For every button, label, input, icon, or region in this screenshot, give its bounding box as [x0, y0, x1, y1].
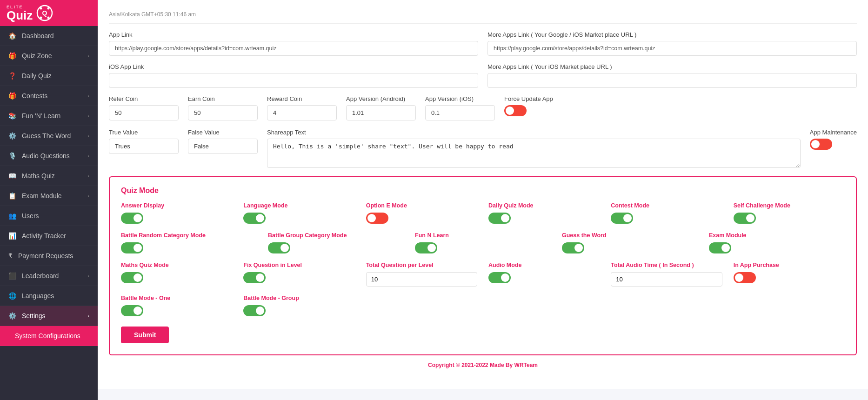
- refer-coin-input[interactable]: [109, 105, 179, 120]
- sidebar: ELITE Quiz Q 🏠 Dashboard 🎁 Quiz Zone › ❓…: [0, 0, 98, 400]
- sidebar-label-settings: Settings: [22, 312, 46, 320]
- payment-icon: ₹: [8, 252, 13, 260]
- footer-brand: WRTeam: [514, 362, 538, 368]
- battle-random-toggle[interactable]: [121, 242, 143, 253]
- battle-group-toggle[interactable]: [268, 242, 290, 253]
- shareapp-text-input[interactable]: Hello, This is a 'simple' share "text". …: [267, 139, 801, 168]
- battle-random-label: Battle Random Category Mode: [121, 232, 257, 239]
- option-e-mode-label: Option E Mode: [366, 202, 477, 209]
- exam-module-mode-item: Exam Module: [709, 232, 845, 253]
- more-apps-ios-label: More Apps Link ( Your iOS Market place U…: [487, 63, 857, 70]
- sidebar-item-leaderboard[interactable]: ⬛ Leaderboard ›: [0, 266, 98, 286]
- chevron-right-icon: ›: [87, 53, 89, 59]
- maths-quiz-mode-toggle[interactable]: [121, 272, 143, 283]
- ios-app-link-input[interactable]: [109, 73, 478, 88]
- false-value-input[interactable]: [188, 139, 258, 154]
- sidebar-item-dashboard[interactable]: 🏠 Dashboard: [0, 26, 98, 46]
- guess-the-word-toggle[interactable]: [562, 242, 584, 253]
- earn-coin-label: Earn Coin: [188, 95, 258, 102]
- answer-display-toggle[interactable]: [121, 213, 143, 224]
- daily-quiz-mode-item: Daily Quiz Mode: [488, 202, 600, 224]
- chevron-right-icon: ›: [87, 273, 89, 279]
- language-mode-toggle[interactable]: [243, 213, 266, 224]
- sidebar-logo: ELITE Quiz Q: [0, 0, 98, 26]
- contests-icon: 🎁: [8, 92, 16, 100]
- total-question-input[interactable]: [366, 272, 477, 287]
- fun-n-learn-slider: [415, 242, 437, 253]
- maths-quiz-mode-slider: [121, 272, 143, 283]
- guess-the-word-mode-label: Guess the Word: [562, 232, 698, 239]
- in-app-purchase-toggle[interactable]: [734, 272, 756, 283]
- daily-quiz-mode-toggle[interactable]: [488, 213, 511, 224]
- exam-module-slider: [709, 242, 731, 253]
- chevron-right-icon: ›: [87, 113, 89, 119]
- sidebar-item-daily-quiz[interactable]: ❓ Daily Quiz: [0, 66, 98, 86]
- battle-mode-one-toggle[interactable]: [121, 305, 143, 316]
- ios-app-link-group: iOS App Link: [109, 63, 478, 88]
- sidebar-item-guess-the-word[interactable]: ⚙️ Guess The Word ›: [0, 126, 98, 146]
- sidebar-item-payment-requests[interactable]: ₹ Payment Requests: [0, 246, 98, 266]
- reward-coin-input[interactable]: [267, 105, 337, 120]
- true-value-input[interactable]: [109, 139, 179, 154]
- fun-n-learn-toggle[interactable]: [415, 242, 437, 253]
- quiz-mode-row4: Battle Mode - One Battle Mode - Group: [121, 295, 845, 316]
- sidebar-label-users: Users: [22, 212, 39, 220]
- battle-random-slider: [121, 242, 143, 253]
- shareapp-text-label: Shareapp Text: [267, 129, 801, 136]
- total-audio-time-label: Total Audio Time ( In Second ): [611, 262, 722, 268]
- fun-n-learn-icon: 📚: [8, 112, 16, 120]
- total-audio-time-input[interactable]: [611, 272, 722, 287]
- sidebar-label-languages: Languages: [22, 292, 54, 300]
- sidebar-item-users[interactable]: 👥 Users: [0, 206, 98, 226]
- footer-text: Copyright © 2021-2022 Made By: [428, 362, 514, 368]
- self-challenge-mode-item: Self Challenge Mode: [734, 202, 845, 224]
- app-version-android-group: App Version (Android): [346, 95, 416, 120]
- chevron-right-icon: ›: [87, 133, 89, 139]
- exam-module-toggle[interactable]: [709, 242, 731, 253]
- coins-version-row: Refer Coin Earn Coin Reward Coin App Ver…: [109, 95, 857, 120]
- option-e-mode-toggle[interactable]: [366, 213, 388, 224]
- sidebar-item-settings[interactable]: ⚙️ Settings ›: [0, 306, 98, 326]
- sidebar-item-fun-n-learn[interactable]: 📚 Fun 'N' Learn ›: [0, 106, 98, 126]
- more-apps-ios-input[interactable]: [487, 73, 857, 88]
- contest-mode-toggle[interactable]: [611, 213, 633, 224]
- sidebar-item-contests[interactable]: 🎁 Contests ›: [0, 86, 98, 106]
- sidebar-item-quiz-zone[interactable]: 🎁 Quiz Zone ›: [0, 46, 98, 66]
- chevron-right-icon: ›: [87, 313, 89, 319]
- exam-module-mode-label: Exam Module: [709, 232, 845, 239]
- sidebar-item-exam-module[interactable]: 📋 Exam Module ›: [0, 186, 98, 206]
- fix-question-toggle[interactable]: [243, 272, 266, 283]
- sidebar-item-system-configurations[interactable]: System Configurations: [0, 326, 98, 346]
- force-update-toggle[interactable]: [504, 105, 527, 116]
- app-maintenance-group: App Maintenance: [810, 129, 857, 168]
- battle-mode-group-toggle[interactable]: [243, 305, 266, 316]
- app-maintenance-label: App Maintenance: [810, 129, 857, 136]
- more-apps-link-input[interactable]: [487, 41, 857, 56]
- dashboard-icon: 🏠: [8, 32, 16, 40]
- battle-mode-one-item: Battle Mode - One: [121, 295, 232, 316]
- more-apps-ios-group: More Apps Link ( Your iOS Market place U…: [487, 63, 857, 88]
- self-challenge-toggle[interactable]: [734, 213, 756, 224]
- sidebar-label-payment-requests: Payment Requests: [18, 252, 73, 260]
- audio-mode-toggle[interactable]: [488, 272, 511, 283]
- submit-button[interactable]: Submit: [121, 327, 169, 343]
- ios-app-link-label: iOS App Link: [109, 63, 478, 70]
- app-link-input[interactable]: [109, 41, 478, 56]
- app-version-ios-input[interactable]: [425, 105, 495, 120]
- sidebar-label-maths-quiz: Maths Quiz: [22, 172, 55, 180]
- fix-question-item: Fix Question in Level: [243, 262, 354, 287]
- sidebar-item-maths-quiz[interactable]: 📖 Maths Quiz ›: [0, 166, 98, 186]
- battle-mode-one-slider: [121, 305, 143, 316]
- sidebar-item-languages[interactable]: 🌐 Languages: [0, 286, 98, 306]
- app-version-ios-group: App Version (iOS): [425, 95, 495, 120]
- earn-coin-input[interactable]: [188, 105, 258, 120]
- sidebar-item-activity-tracker[interactable]: 📊 Activity Tracker: [0, 226, 98, 246]
- app-version-android-input[interactable]: [346, 105, 416, 120]
- sidebar-label-quiz-zone: Quiz Zone: [22, 52, 52, 60]
- app-maintenance-toggle[interactable]: [810, 139, 832, 150]
- daily-quiz-mode-slider: [488, 213, 511, 224]
- total-question-label: Total Question per Level: [366, 262, 477, 268]
- in-app-purchase-slider: [734, 272, 756, 283]
- sidebar-item-audio-questions[interactable]: 🎙️ Audio Questions ›: [0, 146, 98, 166]
- shareapp-text-group: Shareapp Text Hello, This is a 'simple' …: [267, 129, 801, 168]
